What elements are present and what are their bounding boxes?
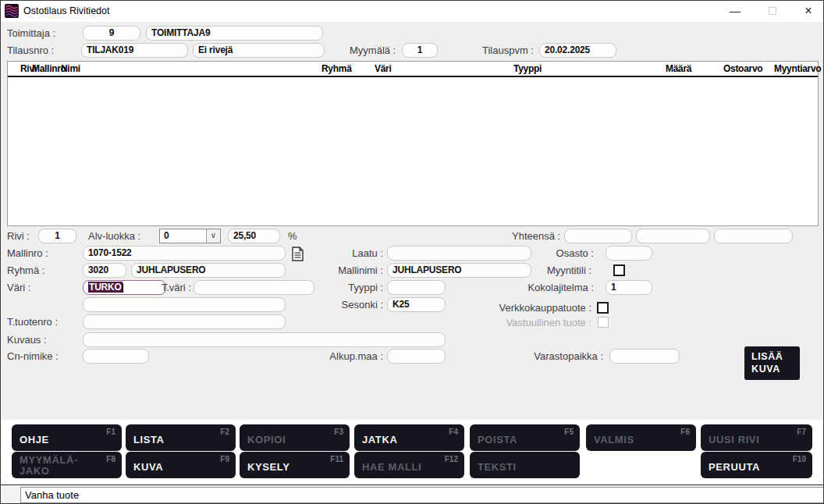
kuvaus-field[interactable] <box>83 332 446 347</box>
cn-nimike-label: Cn-nimike : <box>7 350 59 364</box>
vastuullinen-tuote-checkbox <box>598 317 609 328</box>
vari-extra-field[interactable] <box>83 297 286 312</box>
varastopaikka-field[interactable] <box>609 349 680 364</box>
verkkokauppatuote-label: Verkkokauppatuote : <box>469 301 591 315</box>
alkup-maa-label: Alkup.maa : <box>321 350 383 364</box>
ryhma-label: Ryhmä : <box>7 264 44 278</box>
laatu-field[interactable] <box>387 246 531 261</box>
peruuta-button[interactable]: PERUUTA F10 <box>701 452 812 478</box>
toimittaja-code-field[interactable]: 9 <box>83 26 140 41</box>
button-label: TEKSTI <box>478 461 517 473</box>
button-label: PERUUTA <box>709 461 760 473</box>
verkkokauppatuote-checkbox[interactable] <box>597 302 609 314</box>
fkey-label: F6 <box>680 428 690 436</box>
status-panel: Vanha tuote <box>20 487 823 503</box>
valmis-button[interactable]: VALMIS F6 <box>586 424 696 451</box>
rivi-label: Rivi : <box>7 229 30 243</box>
lisaa-kuva-button[interactable]: LISÄÄ KUVA <box>744 346 800 380</box>
osasto-field[interactable] <box>606 246 652 261</box>
tilauspvm-field[interactable]: 20.02.2025 <box>539 43 616 58</box>
minimize-button[interactable]: — <box>722 1 748 21</box>
percent-sign: % <box>288 229 297 243</box>
t-tuotenro-label: T.tuotenro : <box>7 315 58 329</box>
alv-percent-field[interactable]: 25,50 <box>228 229 280 243</box>
tilausnro-label: Tilausnro : <box>7 44 54 58</box>
text-cursor <box>123 283 123 293</box>
teksti-button[interactable]: TEKSTI <box>470 452 580 478</box>
ryhma-name-field[interactable]: JUHLAPUSERO <box>131 263 286 278</box>
kokolajitelma-label: Kokolajitelma : <box>512 281 594 295</box>
tyyppi-field[interactable] <box>387 280 446 295</box>
col-vari: Väri <box>375 63 391 74</box>
chevron-down-icon[interactable]: ∨ <box>206 229 220 243</box>
fkey-label: F2 <box>220 428 229 436</box>
table-header-row: Rivi Mallinro Nimi Ryhmä Väri Tyyppi Mää… <box>8 62 818 77</box>
varastopaikka-label: Varastopaikka : <box>508 350 603 364</box>
myyntitili-checkbox[interactable] <box>613 264 625 276</box>
maximize-icon <box>769 7 776 15</box>
kopioi-button[interactable]: KOPIOI F3 <box>240 424 350 451</box>
yhteensa-field-1 <box>564 229 632 243</box>
myymala-label: Myymälä : <box>350 44 396 58</box>
ryhma-code-field[interactable]: 3020 <box>83 263 126 278</box>
t-vari-label: T.väri : <box>157 281 191 295</box>
kuva-button[interactable]: KUVA F9 <box>126 452 236 478</box>
sesonki-field[interactable]: K25 <box>387 297 446 312</box>
fkey-label: F9 <box>220 455 229 463</box>
button-label: KUVA <box>133 461 163 473</box>
cn-nimike-field[interactable] <box>83 349 149 364</box>
alv-luokka-select[interactable]: 0 ∨ <box>159 229 221 243</box>
t-tuotenro-field[interactable] <box>83 314 286 329</box>
lista-button[interactable]: LISTA F2 <box>126 424 236 451</box>
mallinimi-field[interactable]: JUHLAPUSERO <box>387 263 531 278</box>
rivi-field[interactable]: 1 <box>38 229 76 243</box>
fkey-label: F3 <box>334 428 343 436</box>
button-label: HAE MALLI <box>362 461 421 473</box>
col-maara: Määrä <box>666 63 691 74</box>
app-logo-icon <box>5 4 19 18</box>
vari-field[interactable]: TURKO <box>83 280 166 295</box>
poista-button[interactable]: POISTA F5 <box>470 424 580 451</box>
myymala-field[interactable]: 1 <box>402 43 438 58</box>
tilausnro-field[interactable]: TILJAK019 <box>81 43 188 58</box>
rivit-status-field[interactable]: Ei rivejä <box>193 43 325 58</box>
lisaa-kuva-line1: LISÄÄ <box>751 350 800 363</box>
laatu-label: Laatu : <box>329 247 383 261</box>
status-bar: Vanha tuote <box>1 484 823 504</box>
status-text: Vanha tuote <box>25 489 79 501</box>
uusi-rivi-button[interactable]: UUSI RIVI F7 <box>701 424 812 451</box>
button-label: VALMIS <box>594 434 634 445</box>
app-window: Ostotilaus Rivitiedot — × Toimittaja : 9… <box>0 0 824 504</box>
ohje-button[interactable]: OHJE F1 <box>12 424 122 451</box>
hae-malli-button[interactable]: HAE MALLI F12 <box>354 452 464 478</box>
myymala-jako-button[interactable]: MYYMÄLÄ-JAKO F8 <box>12 452 122 478</box>
button-label: UUSI RIVI <box>709 434 759 445</box>
document-note-icon[interactable] <box>291 247 304 261</box>
kuvaus-label: Kuvaus : <box>7 333 47 347</box>
mallinro-field[interactable]: 1070-1522 <box>83 246 286 261</box>
order-rows-table[interactable]: Rivi Mallinro Nimi Ryhmä Väri Tyyppi Mää… <box>7 61 819 226</box>
fkey-label: F5 <box>564 428 574 436</box>
t-vari-field[interactable] <box>194 280 314 295</box>
alv-luokka-label: Alv-luokka : <box>88 229 140 243</box>
myyntitili-label: Myyntitili : <box>531 264 591 278</box>
button-label: POISTA <box>478 434 517 445</box>
lisaa-kuva-line2: KUVA <box>751 363 800 375</box>
yhteensa-field-3 <box>714 229 793 243</box>
toimittaja-name-field[interactable]: TOIMITTAJA9 <box>146 26 323 41</box>
kysely-button[interactable]: KYSELY F11 <box>240 452 350 478</box>
close-button[interactable]: × <box>795 1 822 21</box>
col-tyyppi: Tyyppi <box>513 63 542 74</box>
vastuullinen-tuote-label: Vastuullinen tuote : <box>477 316 591 330</box>
kokolajitelma-field[interactable]: 1 <box>606 280 652 295</box>
jatka-button[interactable]: JATKA F4 <box>354 424 464 451</box>
alkup-maa-field[interactable] <box>387 349 446 364</box>
col-ostoarvo: Ostoarvo <box>723 63 762 74</box>
mallinimi-label: Mallinimi : <box>319 264 383 278</box>
tyyppi-label: Tyyppi : <box>336 281 383 295</box>
fkey-label: F12 <box>445 455 458 463</box>
fkey-label: F10 <box>793 455 806 463</box>
window-title: Ostotilaus Rivitiedot <box>23 5 109 16</box>
alv-luokka-value: 0 <box>164 229 169 243</box>
mallinro-label: Mallinro : <box>7 247 48 261</box>
